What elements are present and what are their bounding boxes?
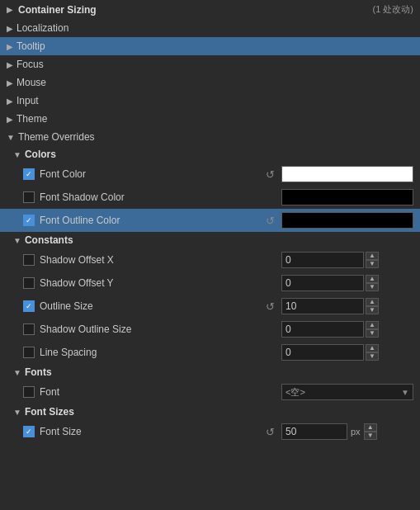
tooltip-label: Tooltip [17,40,45,52]
main-panel: ▶ Container Sizing (1 处改动) ▶ Localizatio… [0,0,420,443]
shadow-offset-y-input-area: ▲ ▼ [281,275,413,291]
font-color-reset[interactable]: ↺ [262,166,278,182]
container-sizing-badge: (1 处改动) [372,3,413,16]
font-size-input[interactable] [281,423,347,440]
container-sizing-label: Container Sizing [18,4,97,16]
shadow-outline-size-up[interactable]: ▲ [366,321,379,329]
localization-arrow: ▶ [7,24,13,33]
line-spacing-input[interactable] [281,344,364,361]
shadow-offset-x-input-area: ▲ ▼ [281,252,413,268]
font-size-reset[interactable]: ↺ [262,423,278,440]
shadow-offset-y-name: Shadow Offset Y [40,277,262,289]
theme-overrides-label: Theme Overrides [18,131,95,143]
shadow-outline-size-checkbox[interactable] [23,323,35,335]
subsection-colors[interactable]: ▼ Colors [0,146,420,163]
shadow-offset-y-up[interactable]: ▲ [366,275,379,283]
font-shadow-color-swatch[interactable] [281,189,413,205]
font-size-suffix: px [351,427,361,437]
sidebar-item-localization[interactable]: ▶ Localization [0,19,420,37]
font-color-name: Font Color [40,168,262,180]
sidebar-item-theme[interactable]: ▶ Theme [0,110,420,128]
font-outline-color-checkbox[interactable] [23,215,35,226]
container-sizing-arrow: ▶ [7,5,18,14]
localization-label: Localization [17,22,68,34]
outline-size-checkbox[interactable] [23,300,35,312]
subsection-constants[interactable]: ▼ Constants [0,232,420,248]
input-label: Input [17,95,39,106]
theme-overrides-arrow: ▼ [7,133,15,142]
shadow-outline-size-input[interactable] [281,321,364,338]
font-size-stepper: ▲ ▼ [364,423,377,440]
font-checkbox[interactable] [23,386,35,398]
prop-row-line-spacing: Line Spacing ▲ ▼ [0,341,420,364]
outline-size-up[interactable]: ▲ [366,298,379,306]
sidebar-item-focus[interactable]: ▶ Focus [0,55,420,73]
line-spacing-name: Line Spacing [40,347,262,358]
prop-row-shadow-outline-size: Shadow Outline Size ▲ ▼ [0,318,420,341]
constants-label: Constants [25,234,73,246]
font-color-swatch[interactable] [281,166,413,182]
shadow-offset-x-name: Shadow Offset X [40,254,262,266]
focus-arrow: ▶ [7,60,13,69]
sidebar-item-input[interactable]: ▶ Input [0,92,420,110]
line-spacing-stepper: ▲ ▼ [366,344,379,361]
font-size-checkbox[interactable] [23,426,35,437]
prop-row-font-size: Font Size ↺ px ▲ ▼ [0,420,420,443]
shadow-offset-x-up[interactable]: ▲ [366,252,379,260]
line-spacing-checkbox[interactable] [23,347,35,358]
font-name: Font [40,386,262,398]
outline-size-name: Outline Size [40,300,262,312]
shadow-offset-x-down[interactable]: ▼ [366,260,379,268]
shadow-offset-x-checkbox[interactable] [23,254,35,266]
shadow-outline-size-down[interactable]: ▼ [366,329,379,338]
font-size-down[interactable]: ▼ [364,432,377,440]
sidebar-item-mouse[interactable]: ▶ Mouse [0,73,420,92]
font-value: <空> [286,386,401,399]
outline-size-reset[interactable]: ↺ [262,298,278,314]
mouse-arrow: ▶ [7,78,13,87]
tooltip-arrow: ▶ [7,42,13,51]
font-dropdown[interactable]: <空> ▼ [281,384,413,400]
line-spacing-input-area: ▲ ▼ [281,344,413,361]
shadow-outline-size-name: Shadow Outline Size [40,323,262,335]
line-spacing-up[interactable]: ▲ [366,344,379,352]
font-shadow-color-name: Font Shadow Color [40,191,262,203]
prop-row-font-outline-color: Font Outline Color ↺ [0,209,420,232]
shadow-outline-size-stepper: ▲ ▼ [366,321,379,338]
fonts-arrow: ▼ [13,368,21,377]
font-size-input-area: px ▲ ▼ [281,423,413,440]
shadow-offset-y-checkbox[interactable] [23,277,35,289]
prop-row-outline-size: Outline Size ↺ ▲ ▼ [0,295,420,318]
outline-size-input-area: ▲ ▼ [281,298,413,314]
font-size-up[interactable]: ▲ [364,423,377,432]
outline-size-stepper: ▲ ▼ [366,298,379,314]
colors-arrow: ▼ [13,150,21,159]
subsection-font-sizes[interactable]: ▼ Font Sizes [0,404,420,420]
shadow-offset-x-input[interactable] [281,252,364,268]
line-spacing-down[interactable]: ▼ [366,352,379,361]
shadow-offset-y-input[interactable] [281,275,364,291]
theme-label: Theme [17,113,47,125]
font-color-checkbox[interactable] [23,168,35,180]
container-sizing-row[interactable]: ▶ Container Sizing (1 处改动) [0,0,420,19]
outline-size-input[interactable] [281,298,364,314]
sidebar-item-theme-overrides[interactable]: ▼ Theme Overrides [0,128,420,146]
sidebar-item-tooltip[interactable]: ▶ Tooltip [0,37,420,55]
font-outline-color-name: Font Outline Color [40,215,262,226]
fonts-label: Fonts [25,366,52,378]
prop-row-font: Font <空> ▼ [0,380,420,404]
subsection-fonts[interactable]: ▼ Fonts [0,364,420,380]
outline-size-down[interactable]: ▼ [366,306,379,314]
font-outline-color-swatch[interactable] [281,212,413,229]
font-sizes-label: Font Sizes [25,406,74,418]
focus-label: Focus [17,59,44,70]
font-sizes-arrow: ▼ [13,408,21,417]
mouse-label: Mouse [17,77,46,88]
font-dropdown-arrow: ▼ [401,388,409,397]
font-size-name: Font Size [40,426,262,437]
font-outline-color-reset[interactable]: ↺ [262,212,278,229]
font-shadow-color-checkbox[interactable] [23,191,35,203]
shadow-offset-y-down[interactable]: ▼ [366,283,379,291]
theme-arrow: ▶ [7,115,13,124]
shadow-offset-x-stepper: ▲ ▼ [366,252,379,268]
